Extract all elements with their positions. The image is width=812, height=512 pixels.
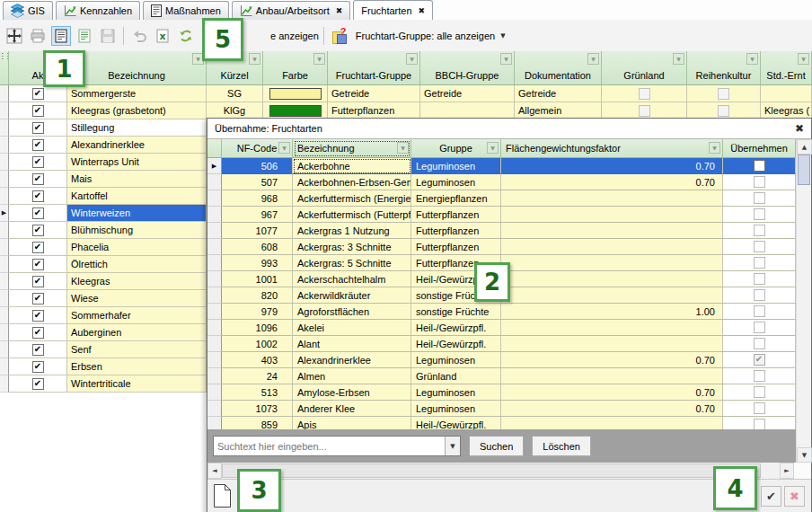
cell-flaechengewichtungsfaktor[interactable] (501, 190, 723, 207)
cell-uebernehmen[interactable] (723, 304, 796, 320)
cell-bezeichnung[interactable]: Amylose-Erbsen (293, 384, 411, 401)
cell-flaechengewichtungsfaktor[interactable]: 0.70 (501, 158, 723, 174)
filter-icon[interactable]: ▼ (500, 53, 512, 65)
scroll-down-icon[interactable]: ▼ (797, 447, 812, 463)
cell-bezeichnung[interactable]: Senf (67, 341, 207, 358)
cell-flaechengewichtungsfaktor[interactable] (501, 239, 723, 255)
cell-gruppe[interactable]: Grünland (411, 368, 501, 384)
checkbox-unchecked[interactable] (754, 176, 765, 188)
column-header-fruchtart-gruppe[interactable]: Fruchtart-Gruppe▼ (328, 51, 420, 85)
cell-gruppe[interactable]: Energiepflanzen (411, 190, 501, 207)
dialog-column-header--bernehmen[interactable]: Übernehmen (723, 139, 796, 158)
confirm-icon[interactable]: ✔ (761, 486, 781, 507)
cell-bezeichnung[interactable]: Apis (293, 417, 411, 429)
tab-fruchtarten[interactable]: Fruchtarten✖ (353, 0, 433, 20)
refresh-icon[interactable] (176, 26, 196, 46)
dialog-table-row[interactable]: ▶506AckerbohneLeguminosen0.70 (207, 158, 796, 174)
checkbox-checked[interactable]: ✔ (32, 190, 44, 202)
cell-flaechengewichtungsfaktor[interactable] (501, 336, 723, 352)
scroll-left-icon[interactable]: ◄ (207, 463, 222, 479)
tab-close-icon[interactable]: ✖ (336, 6, 343, 15)
checkbox-checked[interactable]: ✔ (32, 173, 44, 185)
filter-icon[interactable]: ▼ (397, 142, 409, 154)
cell-bezeichnung[interactable]: Ölrettich (67, 256, 207, 273)
cell-bezeichnung[interactable]: Wintertriticale (67, 375, 207, 393)
active-checkbox-cell[interactable]: ✔ (9, 102, 67, 119)
checkbox-checked[interactable]: ✔ (32, 122, 44, 134)
active-checkbox-cell[interactable]: ✔ (9, 137, 67, 154)
dialog-titlebar[interactable]: Übernahme: Fruchtarten ✖ (207, 119, 811, 139)
cell-flaechengewichtungsfaktor[interactable] (501, 255, 723, 271)
scrollbar-thumb[interactable] (222, 463, 761, 478)
cell-gruppe[interactable]: Leguminosen (411, 158, 501, 174)
undo-icon[interactable] (129, 26, 149, 46)
checkbox-unchecked[interactable] (754, 338, 765, 349)
cell-bezeichnung[interactable]: Ackerschachtelhalm (293, 271, 411, 287)
cell-nf-code[interactable]: 1002 (222, 336, 293, 352)
new-record-icon[interactable] (75, 26, 94, 46)
cell-bezeichnung[interactable]: Ackerbohne (293, 158, 411, 174)
active-checkbox-cell[interactable]: ✔ (9, 85, 67, 102)
active-checkbox-cell[interactable]: ✔ (9, 188, 67, 205)
filter-icon[interactable]: ▼ (487, 142, 499, 154)
active-checkbox-cell[interactable]: ✔ (9, 358, 67, 375)
cell-uebernehmen[interactable] (723, 287, 796, 304)
column-header-bbch-gruppe[interactable]: BBCH-Gruppe▼ (420, 51, 515, 85)
dialog-table-row[interactable]: 859ApisHeil-/Gewürzpfl. (207, 417, 796, 429)
cell-uebernehmen[interactable] (723, 336, 796, 352)
filter-icon[interactable]: ▼ (313, 53, 325, 65)
cell-flaechengewichtungsfaktor[interactable] (501, 417, 723, 429)
cell-bezeichnung[interactable]: Ackerfuttermisch (Energiepfl) (293, 190, 411, 207)
search-button[interactable]: Suchen (469, 436, 524, 456)
checkbox-unchecked[interactable] (754, 305, 765, 317)
cell-bezeichnung[interactable]: Blühmischung (67, 222, 207, 239)
dialog-table-row[interactable]: 1077Ackergras 1 NutzungFutterpflanzen (207, 223, 796, 239)
active-checkbox-cell[interactable]: ✔ (9, 239, 67, 256)
active-checkbox-cell[interactable]: ✔ (9, 205, 67, 222)
filter-icon[interactable]: ▼ (746, 53, 758, 65)
filter-icon[interactable]: ▼ (249, 53, 260, 65)
cell-uebernehmen[interactable] (723, 158, 796, 174)
checkbox-unchecked[interactable] (718, 105, 729, 117)
cell-nf-code[interactable]: 993 (222, 255, 293, 271)
cell-bezeichnung[interactable]: Anderer Klee (293, 401, 411, 417)
scrollbar-thumb[interactable] (798, 154, 810, 185)
dialog-table-row[interactable]: 979Agroforstflächensonstige Früchte1.00 (207, 304, 796, 320)
checkbox-checked[interactable]: ✔ (32, 259, 44, 270)
checkbox-unchecked[interactable] (754, 208, 765, 220)
active-checkbox-cell[interactable]: ✔ (9, 119, 67, 137)
active-checkbox-cell[interactable]: ✔ (9, 375, 67, 393)
checkbox-unchecked[interactable] (718, 88, 729, 100)
cell-gruppe[interactable]: Futterpflanzen (411, 207, 501, 223)
cell-nf-code[interactable]: 967 (222, 207, 293, 223)
cell-flaechengewichtungsfaktor[interactable] (501, 223, 723, 239)
filter-icon[interactable]: ▼ (587, 53, 599, 65)
cell-bezeichnung[interactable]: Stillegung (67, 119, 207, 137)
fruchtart-gruppe-filter[interactable]: Fruchtart-Gruppe: alle anzeigen (356, 31, 495, 41)
cell-nf-code[interactable]: 968 (222, 190, 293, 207)
cell-bbch-gruppe[interactable]: Getreide (420, 85, 515, 102)
checkbox-checked[interactable]: ✔ (32, 156, 44, 168)
cell-gruppe[interactable]: Leguminosen (411, 401, 501, 417)
column-chooser[interactable]: ⋮⋮ (0, 51, 9, 85)
cell-uebernehmen[interactable] (723, 401, 796, 417)
show-option-label[interactable]: e anzeigen (270, 31, 319, 41)
cell-gruppe[interactable]: Futterpflanzen (411, 223, 501, 239)
column-header-std-ernt[interactable]: Std.-Ernt▼ (761, 51, 812, 85)
active-checkbox-cell[interactable]: ✔ (9, 273, 67, 290)
dialog-column-header-nf-code[interactable]: NF-Code▼ (222, 139, 293, 158)
cell-std-ernt[interactable] (761, 85, 812, 102)
cell-bezeichnung[interactable]: Alant (293, 336, 411, 352)
cell-farbe[interactable] (263, 85, 328, 102)
cell-flaechengewichtungsfaktor[interactable] (501, 207, 723, 223)
tab-anbau-arbeitsort[interactable]: Anbau/Arbeitsort✖ (232, 1, 350, 20)
checkbox-unchecked[interactable] (754, 160, 765, 172)
checkbox-unchecked[interactable] (754, 322, 765, 333)
cell-gruppe[interactable]: Leguminosen (411, 352, 501, 368)
cell-nf-code[interactable]: 979 (222, 304, 293, 320)
dialog-table-row[interactable]: 608Ackergras: 3 SchnitteFutterpflanzen (207, 239, 796, 255)
new-page-icon[interactable] (213, 483, 232, 510)
search-combobox[interactable]: ▼ (213, 436, 461, 456)
close-icon[interactable]: ✖ (795, 122, 804, 135)
cell-uebernehmen[interactable]: ✔ (723, 352, 796, 368)
